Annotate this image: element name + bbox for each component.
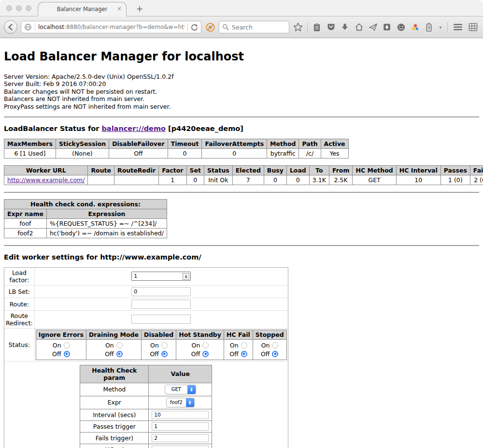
off-label: Off — [105, 350, 114, 358]
balancer-table-cell: /c/ — [299, 148, 321, 158]
chevron-down-icon: ▾ — [439, 25, 441, 30]
balancer-table-cell: bytraffic — [267, 148, 299, 158]
form-row: LB Set: — [4, 285, 288, 298]
worker-cell: Init Ok — [204, 175, 233, 185]
worker-table-header: Status — [204, 165, 233, 175]
lb-set-input[interactable] — [131, 287, 191, 296]
status-off-radio[interactable] — [272, 351, 278, 357]
bookmark-star-button[interactable] — [293, 21, 303, 33]
minimize-window-button[interactable] — [16, 5, 22, 11]
balancer-table-header: Active — [321, 139, 348, 148]
new-tab-button[interactable]: + — [132, 3, 147, 14]
server-info: Server Version: Apache/2.5.0-dev (Unix) … — [4, 73, 479, 110]
worker-table: Worker URLRouteRouteRedirFactorSetStatus… — [4, 165, 483, 185]
expr-select-value: foof2 — [167, 398, 186, 407]
balancer-table-cell: Off — [109, 148, 168, 158]
url-divider — [35, 23, 35, 31]
battery-icon — [426, 23, 432, 32]
hc-expr-header: Expression — [46, 209, 167, 218]
status-off-radio[interactable] — [202, 351, 209, 357]
reload-icon[interactable] — [191, 24, 198, 31]
reading-list-button[interactable] — [312, 21, 322, 33]
adblock-icon[interactable] — [205, 21, 215, 33]
form-row: Route: — [4, 298, 288, 310]
worker-cell: 10 — [396, 175, 440, 185]
pocket-button[interactable] — [326, 21, 336, 33]
server-info-line: Server Version: Apache/2.5.0-dev (Unix) … — [4, 73, 479, 80]
status-on-radio[interactable] — [161, 342, 168, 348]
status-off-radio[interactable] — [241, 351, 247, 357]
hc-expr-header: Expr name — [4, 209, 47, 218]
worker-table-header: Route — [88, 165, 114, 175]
back-button[interactable] — [4, 20, 17, 34]
status-column-header: Hot Standby — [176, 330, 224, 339]
status-on-radio[interactable] — [202, 342, 209, 348]
pocket-icon — [327, 23, 336, 31]
route-input[interactable] — [131, 300, 191, 309]
worker-url-link[interactable]: http://www.example.com/ — [7, 176, 85, 184]
status-radio-cell: On Off — [253, 339, 286, 360]
status-radio-cell: On Off — [36, 339, 86, 360]
edit-worker-heading: Edit worker settings for http://www.exam… — [4, 253, 479, 261]
status-on-radio[interactable] — [241, 342, 247, 348]
passes-input[interactable] — [152, 422, 209, 431]
url-text[interactable]: localhost:8880/balancer-manager?b=demo&w… — [38, 24, 185, 30]
url-bar[interactable]: localhost:8880/balancer-manager?b=demo&w… — [21, 21, 201, 33]
status-off-radio[interactable] — [116, 351, 123, 357]
route-redirect-input[interactable] — [131, 315, 191, 324]
save-to-device-button[interactable] — [382, 21, 392, 33]
on-label: On — [261, 342, 270, 349]
downloads-button[interactable] — [340, 21, 350, 33]
worker-cell: 3.1K — [309, 175, 329, 185]
close-window-button[interactable] — [6, 5, 12, 11]
hc-expr-row: foof2 hc('body') =~ /domain is establish… — [4, 228, 167, 238]
balancer-table-header: StickySession — [56, 139, 109, 148]
interval-input[interactable] — [152, 411, 209, 419]
worker-cell: 0 — [286, 175, 309, 185]
forum-button[interactable] — [396, 21, 406, 33]
status-off-radio[interactable] — [64, 351, 70, 357]
worker-cell: 2 (0) — [470, 175, 483, 185]
toolbar-separator — [307, 22, 308, 32]
home-button[interactable] — [354, 21, 364, 33]
extension-dropdown-caret[interactable]: ▾ — [438, 21, 443, 33]
fails-input[interactable] — [152, 434, 209, 442]
health-row: Interval (secs) — [80, 409, 212, 420]
hc-expr-name: foof2 — [4, 228, 47, 238]
search-input[interactable]: Search — [219, 21, 289, 33]
extension-button[interactable] — [424, 21, 434, 33]
status-on-radio[interactable] — [272, 342, 278, 348]
number-spinner-icon[interactable]: ▲▼ — [183, 273, 189, 280]
status-label: Status: — [4, 328, 35, 361]
status-off-radio[interactable] — [161, 351, 168, 357]
method-select[interactable]: GET ▲▼ — [165, 385, 196, 394]
send-button[interactable] — [368, 21, 378, 33]
health-row: Expr foof2 ▲▼ — [80, 396, 212, 409]
method-select-value: GET — [165, 385, 187, 394]
worker-cell: 7 — [232, 175, 264, 185]
on-label: On — [105, 342, 114, 349]
browser-tab[interactable]: Balancer Manager × — [38, 2, 127, 16]
worker-table-header: Elected — [232, 165, 264, 175]
zoom-window-button[interactable] — [26, 5, 31, 11]
status-radio-row: On Off On Off — [36, 339, 286, 360]
search-icon — [222, 24, 229, 30]
health-check-table: Health Check param Value Method GET — [80, 365, 212, 448]
navigation-toolbar: localhost:8880/balancer-manager?b=demo&w… — [0, 16, 483, 38]
colored-dots-button[interactable] — [410, 21, 420, 33]
expr-select[interactable]: foof2 ▲▼ — [166, 398, 195, 407]
health-check-row: Health Check param Value Method GET — [4, 361, 288, 448]
status-on-radio[interactable] — [64, 342, 70, 348]
on-label: On — [150, 342, 159, 349]
status-radio-cell: On Off — [86, 339, 141, 360]
load-factor-input[interactable] — [131, 272, 191, 281]
status-on-radio[interactable] — [116, 342, 123, 348]
health-header-row: Health Check param Value — [80, 365, 212, 383]
balancer-link[interactable]: balancer://demo — [101, 125, 166, 132]
hc-uri-input[interactable] — [152, 446, 209, 448]
status-radio-cell: On Off — [176, 339, 224, 360]
panel-grid-button[interactable] — [468, 21, 478, 33]
worker-cell: GET — [353, 175, 396, 185]
menu-button[interactable] — [452, 21, 464, 33]
tab-close-icon[interactable]: × — [117, 6, 122, 12]
